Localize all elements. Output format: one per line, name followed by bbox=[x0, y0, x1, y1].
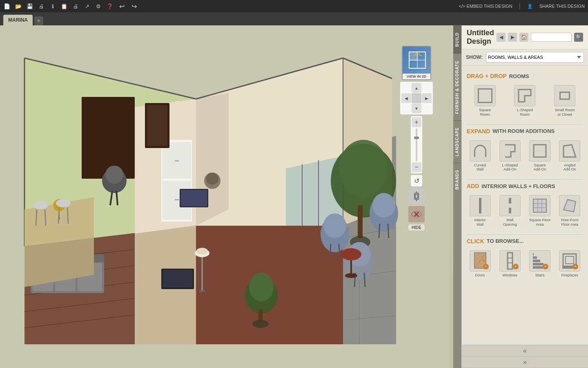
zoom-out-button[interactable]: − bbox=[412, 162, 421, 172]
svg-rect-116 bbox=[533, 263, 543, 265]
vertical-tab-strip: BUILD FURNISH & DECORATE LANDSCAPE BRAND… bbox=[453, 25, 461, 368]
svg-point-46 bbox=[372, 193, 395, 218]
svg-rect-66 bbox=[175, 160, 179, 162]
export-icon[interactable]: ↗ bbox=[83, 2, 91, 10]
show-dropdown[interactable]: ROOMS, WALLS & AREAS FURNITURE ALL bbox=[486, 52, 584, 63]
toolbar-right: </> EMBED THIS DESIGN | 👤 SHARE THIS DES… bbox=[459, 2, 585, 10]
l-shaped-addon-icon-box bbox=[499, 140, 521, 162]
svg-rect-117 bbox=[533, 260, 540, 262]
design-canvas[interactable]: VIEW IN 2D ▲ ◀ ▶ ▼ + bbox=[0, 25, 453, 368]
panel-search-input[interactable] bbox=[531, 33, 572, 42]
svg-line-43 bbox=[330, 244, 331, 258]
square-addon-label: SquareAdd-On bbox=[534, 163, 546, 172]
windows-item[interactable]: + Windows bbox=[497, 249, 523, 279]
l-shaped-room-item[interactable]: L-ShapedRoom bbox=[507, 83, 543, 119]
l-shaped-icon bbox=[517, 88, 533, 104]
share-icon-person: 👤 bbox=[527, 4, 533, 9]
square-addon-icon-box bbox=[529, 140, 550, 162]
svg-rect-121 bbox=[566, 256, 574, 264]
help-icon[interactable]: ❓ bbox=[106, 2, 114, 10]
empty-3 bbox=[401, 103, 411, 113]
zoom-slider[interactable] bbox=[416, 128, 417, 161]
zoom-thumb bbox=[414, 137, 419, 139]
rotate-button[interactable]: ↺ bbox=[411, 175, 422, 186]
nav-up-button[interactable]: ▲ bbox=[412, 83, 421, 93]
minimap-icon bbox=[407, 50, 428, 70]
small-room-shape bbox=[559, 92, 570, 100]
nav-right-button[interactable]: ▶ bbox=[422, 93, 432, 103]
svg-rect-105 bbox=[533, 199, 546, 212]
square-room-item[interactable]: SquareRoom bbox=[467, 83, 503, 119]
tab-landscape[interactable]: LANDSCAPE bbox=[453, 120, 461, 163]
svg-point-71 bbox=[105, 166, 123, 184]
svg-point-87 bbox=[56, 199, 71, 207]
section-interior-header: ADD INTERIOR WALLS + FLOORS bbox=[467, 183, 583, 189]
nav-left-button[interactable]: ◀ bbox=[401, 93, 411, 103]
open-icon[interactable]: 📂 bbox=[15, 2, 22, 10]
settings-icon[interactable]: ⚙ bbox=[95, 2, 102, 10]
square-floor-item[interactable]: Square FloorArea bbox=[527, 193, 553, 229]
interior-wall-shape bbox=[479, 198, 481, 213]
hide-overlay-button[interactable] bbox=[408, 206, 425, 222]
embed-button[interactable]: </> EMBED THIS DESIGN bbox=[459, 4, 512, 9]
hide-button[interactable]: HIDE bbox=[408, 224, 425, 231]
tabbar: MARINA + bbox=[0, 12, 588, 25]
save-icon[interactable]: 💾 bbox=[26, 2, 33, 10]
interior-wall-item[interactable]: InteriorWall bbox=[467, 193, 493, 229]
empty-2 bbox=[422, 83, 432, 93]
stairs-badge: + bbox=[543, 264, 548, 269]
angled-addon-item[interactable]: AngledAdd-On bbox=[557, 139, 583, 174]
svg-rect-104 bbox=[509, 208, 511, 213]
info-icon[interactable]: ℹ bbox=[49, 2, 56, 10]
curved-wall-label: CurvedWall bbox=[474, 163, 486, 172]
share-button[interactable]: SHARE THIS DESIGN bbox=[539, 4, 585, 9]
square-room-icon-box bbox=[474, 85, 496, 106]
curved-wall-item[interactable]: CurvedWall bbox=[467, 139, 493, 174]
tab-furnish[interactable]: FURNISH & DECORATE bbox=[453, 54, 461, 121]
clipboard-icon[interactable]: 📋 bbox=[60, 2, 68, 10]
collapse-down-button[interactable]: » bbox=[462, 357, 588, 368]
fireplaces-label: Fireplaces bbox=[561, 273, 579, 278]
square-room-shape bbox=[478, 88, 492, 103]
active-tab[interactable]: MARINA bbox=[3, 15, 33, 25]
undo-button[interactable]: ↩ bbox=[118, 2, 126, 10]
empty-4 bbox=[422, 103, 432, 113]
svg-rect-112 bbox=[508, 253, 512, 269]
panel-forward-button[interactable]: ▶ bbox=[508, 33, 517, 42]
doors-icon-box: + bbox=[470, 250, 491, 272]
add-tab-button[interactable]: + bbox=[34, 16, 43, 25]
zoom-controls: + − bbox=[411, 116, 422, 173]
panel-home-button[interactable]: 🏠 bbox=[519, 33, 528, 42]
panel-header: Untitled Design ◀ ▶ 🏠 🔍 bbox=[462, 25, 588, 49]
collapse-up-button[interactable]: « bbox=[462, 345, 588, 357]
tab-build[interactable]: BUILD bbox=[453, 25, 461, 54]
panel-search-button[interactable]: 🔍 bbox=[574, 33, 583, 42]
expand-grid: CurvedWall L-ShapedAdd-On bbox=[467, 139, 583, 174]
zoom-in-button[interactable]: + bbox=[412, 117, 421, 127]
tab-brands[interactable]: BRANDS bbox=[453, 163, 461, 196]
fireplaces-item[interactable]: + Fireplaces bbox=[557, 249, 583, 279]
canvas-settings-button[interactable] bbox=[408, 188, 425, 204]
redo-button[interactable]: ↪ bbox=[130, 2, 138, 10]
print2-icon[interactable]: 🖨 bbox=[72, 2, 79, 10]
stairs-item[interactable]: + Stairs bbox=[527, 249, 553, 279]
minimap-button[interactable]: VIEW IN 2D bbox=[402, 46, 431, 80]
browse-grid: + Doors + Windows bbox=[467, 249, 583, 279]
new-file-icon[interactable]: 📄 bbox=[3, 2, 11, 10]
right-panel: Untitled Design ◀ ▶ 🏠 🔍 SHOW: ROOMS, WAL… bbox=[461, 25, 588, 368]
freeform-floor-item[interactable]: Free-FormFloor Area bbox=[557, 193, 583, 229]
doors-item[interactable]: + Doors bbox=[467, 249, 493, 279]
nav-down-button[interactable]: ▼ bbox=[412, 103, 421, 113]
svg-line-52 bbox=[364, 273, 365, 287]
square-addon-item[interactable]: SquareAdd-On bbox=[527, 139, 553, 174]
freeform-floor-icon-box bbox=[559, 195, 580, 216]
wall-opening-item[interactable]: WallOpening bbox=[497, 193, 523, 229]
svg-point-34 bbox=[339, 140, 388, 197]
print-icon[interactable]: 🖨 bbox=[38, 2, 45, 10]
l-shaped-addon-item[interactable]: L-ShapedAdd-On bbox=[497, 139, 523, 174]
panel-header-icons: ◀ ▶ 🏠 🔍 bbox=[497, 33, 583, 42]
design-preview: VIEW IN 2D ▲ ◀ ▶ ▼ + bbox=[0, 25, 453, 368]
panel-back-button[interactable]: ◀ bbox=[497, 33, 506, 42]
small-room-item[interactable]: Small Roomor Closet bbox=[546, 83, 583, 119]
drag-text: ROOMS bbox=[509, 73, 529, 79]
